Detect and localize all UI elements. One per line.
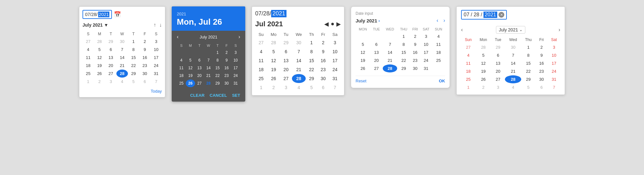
day-cell[interactable]: 19 <box>356 56 370 64</box>
day-cell[interactable]: 7 <box>116 46 128 54</box>
day-cell[interactable]: 6 <box>370 40 383 48</box>
widget4-ok-button[interactable]: OK <box>439 79 445 83</box>
day-cell[interactable]: 5 <box>521 83 535 91</box>
day-cell[interactable]: 19 <box>267 65 280 74</box>
day-cell[interactable]: 5 <box>128 78 139 86</box>
day-cell[interactable]: 15 <box>213 64 222 72</box>
day-cell[interactable]: 4 <box>177 56 186 64</box>
day-cell[interactable]: 29 <box>491 43 505 51</box>
day-cell[interactable] <box>177 49 186 56</box>
day-cell[interactable]: 7 <box>329 83 341 92</box>
day-cell[interactable]: 7 <box>151 78 162 86</box>
day-cell[interactable]: 1 <box>255 83 267 92</box>
day-cell[interactable] <box>432 64 445 72</box>
day-cell[interactable]: 2 <box>222 49 231 56</box>
day-cell[interactable]: 28 <box>475 43 491 51</box>
day-cell[interactable]: 5 <box>356 40 370 48</box>
day-cell[interactable]: 28 <box>94 38 105 46</box>
day-cell[interactable]: 29 <box>105 38 116 46</box>
day-cell[interactable]: 4 <box>461 51 475 59</box>
day-cell[interactable]: 15 <box>521 59 535 67</box>
day-cell[interactable]: 30 <box>292 38 306 47</box>
day-cell[interactable]: 20 <box>280 65 292 74</box>
day-cell[interactable]: 8 <box>306 47 317 56</box>
day-cell[interactable]: 19 <box>475 67 491 75</box>
day-cell[interactable]: 2 <box>475 83 491 91</box>
widget5-clear-icon[interactable]: ✕ <box>499 12 504 18</box>
day-cell[interactable]: 1 <box>461 83 475 91</box>
day-cell[interactable]: 23 <box>317 65 329 74</box>
day-cell[interactable]: 1 <box>306 38 317 47</box>
day-cell[interactable]: 27 <box>255 38 267 47</box>
day-cell[interactable]: 27 <box>105 70 116 78</box>
day-cell[interactable]: 12 <box>475 59 491 67</box>
day-cell[interactable]: 10 <box>231 56 240 64</box>
day-cell[interactable]: 11 <box>255 56 267 65</box>
day-cell[interactable] <box>383 32 397 40</box>
day-cell[interactable]: 8 <box>521 51 535 59</box>
day-cell[interactable]: 9 <box>317 47 329 56</box>
day-cell[interactable]: 18 <box>255 65 267 74</box>
day-cell[interactable]: 24 <box>231 72 240 79</box>
day-cell[interactable]: 6 <box>280 47 292 56</box>
day-cell[interactable]: 2 <box>139 38 150 46</box>
widget5-date-input[interactable]: 07 / 28 / 2021 ✕ <box>461 10 507 20</box>
day-cell[interactable]: 15 <box>397 48 410 56</box>
day-cell[interactable]: 23 <box>535 67 548 75</box>
day-cell[interactable]: 18 <box>82 62 94 70</box>
day-cell[interactable]: 22 <box>306 65 317 74</box>
day-cell[interactable]: 1 <box>128 38 139 46</box>
day-cell[interactable]: 29 <box>213 79 222 87</box>
day-cell[interactable]: 30 <box>410 64 420 72</box>
day-cell[interactable]: 4 <box>82 46 94 54</box>
day-cell[interactable]: 3 <box>420 32 432 40</box>
day-cell[interactable]: 3 <box>548 43 560 51</box>
day-cell[interactable]: 5 <box>186 56 195 64</box>
widget4-prev-btn[interactable]: ‹ <box>436 18 438 23</box>
widget1-prev-arrow[interactable]: ↑ <box>153 22 156 28</box>
day-cell[interactable]: 1 <box>521 43 535 51</box>
day-cell[interactable]: 23 <box>222 72 231 79</box>
day-cell[interactable]: 21 <box>292 65 306 74</box>
day-cell[interactable]: 14 <box>292 56 306 65</box>
day-cell[interactable]: 24 <box>329 65 341 74</box>
day-cell[interactable]: 6 <box>535 83 548 91</box>
day-cell[interactable]: 29 <box>397 64 410 72</box>
day-cell[interactable] <box>186 49 195 56</box>
day-cell[interactable]: 2 <box>535 43 548 51</box>
day-cell[interactable]: 22 <box>397 56 410 64</box>
widget5-month-dropdown[interactable]: July 2021 ⌄ <box>496 26 525 34</box>
day-cell[interactable]: 21 <box>204 72 213 79</box>
day-cell[interactable]: 13 <box>491 59 505 67</box>
day-cell-selected[interactable]: 28 <box>292 74 306 83</box>
day-cell[interactable]: 17 <box>329 56 341 65</box>
chevron-right-icon[interactable]: › <box>379 18 380 23</box>
day-cell[interactable] <box>195 49 204 56</box>
day-cell[interactable]: 31 <box>329 74 341 83</box>
day-cell[interactable]: 15 <box>306 56 317 65</box>
day-cell[interactable]: 25 <box>255 74 267 83</box>
day-cell[interactable]: 7 <box>505 51 522 59</box>
day-cell[interactable]: 16 <box>535 59 548 67</box>
widget2-cancel-button[interactable]: CANCEL <box>210 93 227 98</box>
widget5-prev-btn[interactable]: ‹ <box>461 27 463 33</box>
day-cell[interactable]: 4 <box>116 78 128 86</box>
day-cell-28[interactable]: 28 <box>204 79 213 87</box>
day-cell[interactable]: 30 <box>505 43 522 51</box>
day-cell[interactable]: 9 <box>410 40 420 48</box>
day-cell[interactable]: 16 <box>410 48 420 56</box>
day-cell[interactable]: 21 <box>116 62 128 70</box>
day-cell[interactable]: 29 <box>280 38 292 47</box>
day-cell[interactable]: 3 <box>231 49 240 56</box>
day-cell[interactable]: 24 <box>548 67 560 75</box>
day-cell[interactable]: 26 <box>94 70 105 78</box>
day-cell[interactable]: 30 <box>317 74 329 83</box>
day-cell[interactable]: 23 <box>410 56 420 64</box>
day-cell[interactable]: 4 <box>292 83 306 92</box>
day-cell[interactable]: 25 <box>177 79 186 87</box>
day-cell[interactable]: 9 <box>535 51 548 59</box>
day-cell[interactable]: 11 <box>82 54 94 62</box>
day-cell-selected[interactable]: 28 <box>505 75 522 83</box>
day-cell[interactable]: 4 <box>505 83 522 91</box>
day-cell[interactable]: 29 <box>128 70 139 78</box>
